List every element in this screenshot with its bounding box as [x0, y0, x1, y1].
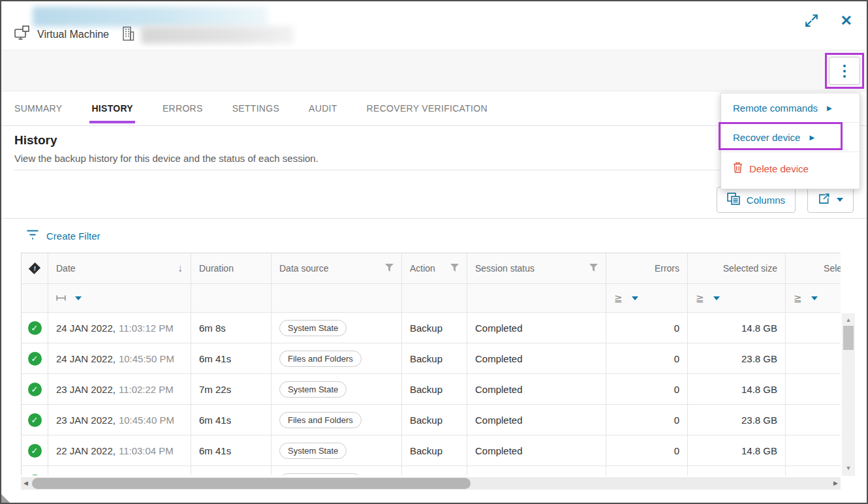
column-header-select[interactable]: Select — [786, 253, 841, 283]
filter-lines-icon — [26, 229, 39, 242]
company-icon — [121, 26, 135, 44]
table-row[interactable]: ✓24 JAN 2022,11:03:12 PM6m 8sSystem Stat… — [22, 313, 841, 343]
session-status-cell: Completed — [467, 466, 606, 475]
table-row[interactable]: ✓24 JAN 2022,10:45:50 PM6m 41sFiles and … — [22, 343, 841, 374]
scroll-up-icon[interactable]: ▲ — [842, 317, 855, 323]
filter-cell-data-source — [271, 284, 402, 312]
errors-cell: 0 — [606, 343, 688, 373]
duration-cell: 6m 8s — [191, 313, 271, 343]
sort-descending-icon[interactable]: ↓ — [178, 262, 183, 274]
data-source-cell: System State — [271, 435, 402, 465]
column-header-action[interactable]: Action — [402, 253, 467, 283]
menu-item-label: Recover device — [733, 132, 800, 143]
horizontal-scroll-thumb[interactable] — [32, 478, 471, 489]
columns-icon — [727, 193, 740, 207]
time-value: 11:03:12 PM — [119, 323, 174, 334]
history-table: !Date↓DurationData sourceActionSession s… — [21, 253, 841, 475]
export-button[interactable] — [807, 187, 854, 213]
column-label: Duration — [199, 263, 234, 274]
tab-settings[interactable]: SETTINGS — [232, 91, 279, 125]
time-value: 10:45:40 PM — [119, 415, 174, 426]
tab-recovery-verification[interactable]: RECOVERY VERIFICATION — [367, 91, 488, 125]
column-header-alert[interactable]: ! — [22, 253, 48, 283]
data-source-cell: Files and Folders — [271, 466, 402, 475]
filter-funnel-icon[interactable] — [450, 263, 459, 274]
menu-item-label: Remote commands — [733, 102, 818, 114]
greater-equal-operator-icon[interactable]: ≧ — [696, 292, 704, 304]
action-cell: Backup — [402, 405, 467, 435]
submenu-arrow-icon: ▶ — [809, 134, 814, 141]
tab-history[interactable]: HISTORY — [91, 91, 133, 125]
column-label: Action — [410, 263, 435, 274]
vertical-scrollbar[interactable]: ▲ ▼ — [842, 313, 855, 476]
data-source-badge: System State — [279, 443, 347, 459]
kebab-highlight-annotation — [825, 53, 864, 89]
device-type-label: Virtual Machine — [37, 29, 109, 40]
filter-cell-errors[interactable]: ≧ — [606, 284, 688, 312]
column-label: Data source — [279, 263, 328, 274]
titlebar: Virtual Machine ✕ — [1, 1, 867, 50]
caret-down-icon[interactable] — [75, 296, 82, 300]
caret-down-icon[interactable] — [632, 296, 638, 300]
greater-equal-operator-icon[interactable]: ≧ — [794, 292, 802, 304]
virtual-machine-icon — [14, 25, 31, 44]
action-cell: Backup — [402, 374, 467, 404]
duration-cell: 6m 41s — [191, 435, 271, 465]
errors-cell: 0 — [606, 466, 688, 475]
column-header-date[interactable]: Date↓ — [48, 253, 191, 283]
filter-cell-selected-size[interactable]: ≧ — [688, 284, 786, 312]
errors-cell: 0 — [606, 405, 688, 435]
date-cell: 23 JAN 2022,10:45:40 PM — [48, 405, 191, 435]
table-row[interactable]: ✓23 JAN 2022,10:45:40 PM6m 41sFiles and … — [22, 405, 841, 435]
tab-errors[interactable]: ERRORS — [163, 91, 203, 125]
between-operator-icon[interactable] — [56, 292, 66, 304]
column-header-session-status[interactable]: Session status — [467, 253, 606, 283]
tab-audit[interactable]: AUDIT — [309, 91, 337, 125]
session-status-cell: Completed — [467, 374, 606, 404]
filter-cell-action — [402, 284, 467, 312]
table-body: ✓24 JAN 2022,11:03:12 PM6m 8sSystem Stat… — [22, 313, 841, 475]
table-row[interactable]: ✓23 JAN 2022,11:02:22 PM7m 22sSystem Sta… — [22, 374, 841, 405]
columns-button[interactable]: Columns — [717, 187, 796, 213]
greater-equal-operator-icon[interactable]: ≧ — [614, 292, 623, 304]
more-actions-button[interactable] — [829, 57, 860, 85]
column-header-data-source[interactable]: Data source — [271, 253, 402, 283]
filter-funnel-icon[interactable] — [385, 263, 394, 274]
date-value: 23 JAN 2022, — [56, 384, 116, 395]
menu-item-recover-device[interactable]: Recover device▶ — [721, 123, 860, 151]
filter-cell-date[interactable] — [48, 284, 191, 312]
scroll-left-icon[interactable]: ◀ — [23, 480, 28, 486]
caret-down-icon[interactable] — [811, 296, 818, 300]
menu-item-remote-commands[interactable]: Remote commands▶ — [721, 93, 860, 122]
expand-icon[interactable] — [803, 12, 820, 29]
create-filter-link[interactable]: Create Filter — [26, 229, 101, 242]
device-dialog: Virtual Machine ✕ — [0, 0, 868, 504]
vertical-scroll-thumb[interactable] — [843, 326, 854, 350]
status-cell: ✓ — [22, 405, 48, 435]
caret-down-icon — [837, 198, 843, 202]
caret-down-icon[interactable] — [713, 296, 720, 300]
column-header-errors[interactable]: Errors — [606, 253, 688, 283]
submenu-arrow-icon: ▶ — [827, 104, 832, 112]
column-header-selected-size[interactable]: Selected size — [688, 253, 786, 283]
scroll-down-icon[interactable]: ▼ — [842, 465, 855, 471]
time-value: 10:45:50 PM — [119, 353, 174, 364]
column-label: Session status — [475, 263, 535, 274]
close-icon[interactable]: ✕ — [841, 14, 852, 28]
tab-summary[interactable]: SUMMARY — [14, 91, 62, 125]
horizontal-scrollbar[interactable]: ◀ ▶ — [21, 477, 841, 490]
resize-grip-bottom-left[interactable] — [1, 494, 10, 503]
filter-funnel-icon[interactable] — [589, 263, 598, 274]
column-header-duration[interactable]: Duration — [191, 253, 271, 283]
selected-size-cell: 14.8 GB — [688, 435, 786, 465]
duration-cell: 7m 22s — [191, 374, 271, 404]
menu-item-delete-device[interactable]: Delete device — [721, 152, 860, 185]
status-cell: ✓ — [22, 466, 48, 475]
table-row[interactable]: ✓22 JAN 2022,11:03:04 PM6m 41sSystem Sta… — [22, 435, 841, 466]
table-row[interactable]: ✓22 JAN 2022,10:45:49 PM6m 41sFiles and … — [22, 466, 841, 475]
filter-cell-select[interactable]: ≧ — [786, 284, 841, 312]
date-cell: 22 JAN 2022,11:03:04 PM — [48, 435, 191, 465]
data-source-cell: System State — [271, 313, 402, 343]
menu-item-label: Delete device — [749, 163, 809, 174]
scroll-right-icon[interactable]: ▶ — [833, 480, 838, 486]
